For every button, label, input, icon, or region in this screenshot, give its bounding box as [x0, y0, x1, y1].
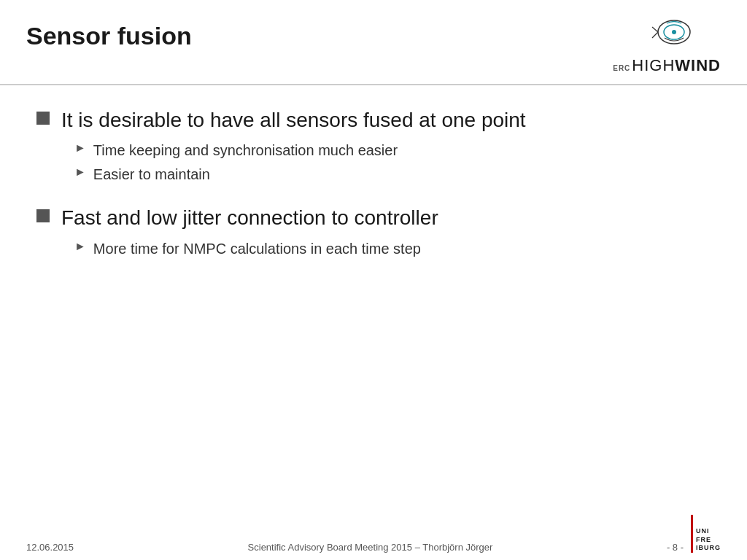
slide-content: It is desirable to have all sensors fuse…: [0, 85, 747, 509]
svg-point-4: [672, 30, 676, 34]
uni-freiburg-logo: UNI FRE IBURG: [691, 515, 721, 553]
highwind-logo: ERC HIGHWIND: [613, 16, 721, 75]
svg-line-2: [652, 27, 658, 32]
bullet-section-1: It is desirable to have all sensors fuse…: [36, 107, 711, 184]
uni-line-2: FRE: [696, 536, 721, 545]
logo-graphic-icon: [634, 16, 700, 56]
logo-text: ERC HIGHWIND: [613, 56, 721, 75]
sub-bullets-2: ► More time for NMPC calculations in eac…: [74, 239, 711, 259]
sub-bullet-text-1-2: Easier to maintain: [93, 165, 210, 184]
slide: Sensor fusion ERC HIGHWIND: [0, 0, 747, 560]
slide-header: Sensor fusion ERC HIGHWIND: [0, 0, 747, 84]
main-bullet-text-2: Fast and low jitter connection to contro…: [61, 205, 438, 231]
main-bullet-2: Fast and low jitter connection to contro…: [36, 205, 711, 231]
sub-bullet-text-2-1: More time for NMPC calculations in each …: [93, 239, 421, 259]
footer-right-area: - 8 - UNI FRE IBURG: [667, 515, 721, 553]
sub-bullet-arrow-1-2: ►: [74, 166, 86, 179]
uni-line-1: UNI: [696, 527, 721, 536]
main-bullet-1: It is desirable to have all sensors fuse…: [36, 107, 711, 133]
logo-erc-label: ERC: [613, 64, 630, 72]
bullet-icon-2: [36, 209, 50, 222]
svg-line-3: [652, 32, 658, 38]
bullet-section-2: Fast and low jitter connection to contro…: [36, 205, 711, 258]
sub-bullet-1-2: ► Easier to maintain: [74, 165, 711, 184]
slide-title: Sensor fusion: [26, 22, 192, 50]
uni-text-block: UNI FRE IBURG: [696, 527, 721, 553]
footer-page-number: - 8 -: [667, 542, 684, 553]
logo-wind-label: WIND: [675, 56, 721, 75]
main-bullet-text-1: It is desirable to have all sensors fuse…: [61, 107, 526, 133]
slide-footer: 12.06.2015 Scientific Advisory Board Mee…: [0, 509, 747, 560]
sub-bullets-1: ► Time keeping and synchronisation much …: [74, 141, 711, 184]
logo-high-label: HIGH: [632, 56, 675, 75]
sub-bullet-text-1-1: Time keeping and synchronisation much ea…: [93, 141, 398, 160]
footer-center-text: Scientific Advisory Board Meeting 2015 –…: [74, 542, 667, 553]
uni-line-3: IBURG: [696, 544, 721, 553]
bullet-icon-1: [36, 112, 50, 125]
footer-date: 12.06.2015: [26, 542, 74, 553]
sub-bullet-1-1: ► Time keeping and synchronisation much …: [74, 141, 711, 160]
sub-bullet-arrow-1-1: ►: [74, 141, 86, 155]
uni-red-bar-icon: [691, 515, 693, 553]
sub-bullet-arrow-2-1: ►: [74, 240, 86, 253]
sub-bullet-2-1: ► More time for NMPC calculations in eac…: [74, 239, 711, 259]
